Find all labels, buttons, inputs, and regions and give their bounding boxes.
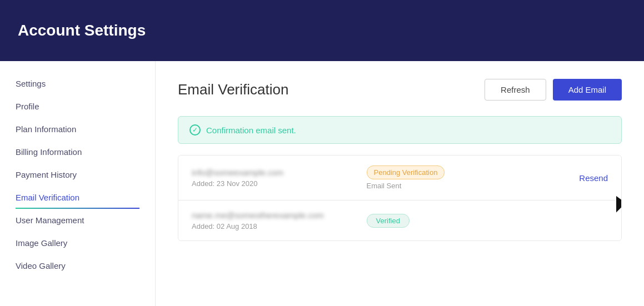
- header-buttons: Refresh Add Email: [485, 79, 622, 101]
- success-alert: ✓ Confirmation email sent.: [178, 116, 622, 144]
- email-list: info@someexample.com Added: 23 Nov 2020 …: [178, 155, 622, 241]
- sidebar-item-image-gallery[interactable]: Image Gallery: [0, 232, 155, 254]
- email-info-1: info@someexample.com Added: 23 Nov 2020: [192, 168, 367, 188]
- refresh-button[interactable]: Refresh: [485, 79, 546, 101]
- email-address-1: info@someexample.com: [192, 168, 367, 177]
- page-header: Email Verification Refresh Add Email: [178, 79, 622, 101]
- email-status-2: Verified: [367, 214, 542, 228]
- email-row-2: name.me@someotherexample.com Added: 02 A…: [178, 200, 621, 240]
- sidebar-item-payment-history[interactable]: Payment History: [0, 163, 155, 186]
- email-info-2: name.me@someotherexample.com Added: 02 A…: [192, 210, 367, 230]
- content-area: Settings Profile Plan Information Billin…: [0, 61, 644, 306]
- page-title: Email Verification: [178, 81, 288, 98]
- success-icon: ✓: [189, 124, 201, 136]
- resend-link[interactable]: Resend: [579, 173, 608, 183]
- sidebar-item-email-verification[interactable]: Email Verification: [0, 186, 155, 209]
- email-address-2: name.me@someotherexample.com: [192, 210, 367, 220]
- add-email-button[interactable]: Add Email: [553, 79, 622, 101]
- sidebar-item-settings[interactable]: Settings: [0, 72, 155, 95]
- app-header: Account Settings: [0, 0, 644, 61]
- sidebar-item-video-gallery[interactable]: Video Gallery: [0, 254, 155, 277]
- app-title: Account Settings: [18, 22, 146, 39]
- email-row: info@someexample.com Added: 23 Nov 2020 …: [178, 155, 621, 200]
- verified-badge: Verified: [367, 214, 410, 228]
- sidebar-item-billing-information[interactable]: Billing Information: [0, 141, 155, 163]
- sidebar-item-plan-information[interactable]: Plan Information: [0, 118, 155, 141]
- pending-badge: Pending Verification: [367, 165, 445, 179]
- sidebar: Settings Profile Plan Information Billin…: [0, 61, 156, 306]
- email-status-1: Pending Verification Email Sent: [367, 165, 542, 190]
- main-content: Email Verification Refresh Add Email ✓ C…: [156, 61, 644, 306]
- svg-marker-0: [616, 195, 622, 217]
- action-area-1: Resend: [541, 173, 608, 183]
- alert-message: Confirmation email sent.: [206, 126, 296, 135]
- email-date-1: Added: 23 Nov 2020: [192, 179, 367, 188]
- email-date-2: Added: 02 Aug 2018: [192, 222, 367, 230]
- sidebar-item-user-management[interactable]: User Management: [0, 209, 155, 232]
- sidebar-item-profile[interactable]: Profile: [0, 95, 155, 118]
- email-sent-text: Email Sent: [367, 182, 542, 190]
